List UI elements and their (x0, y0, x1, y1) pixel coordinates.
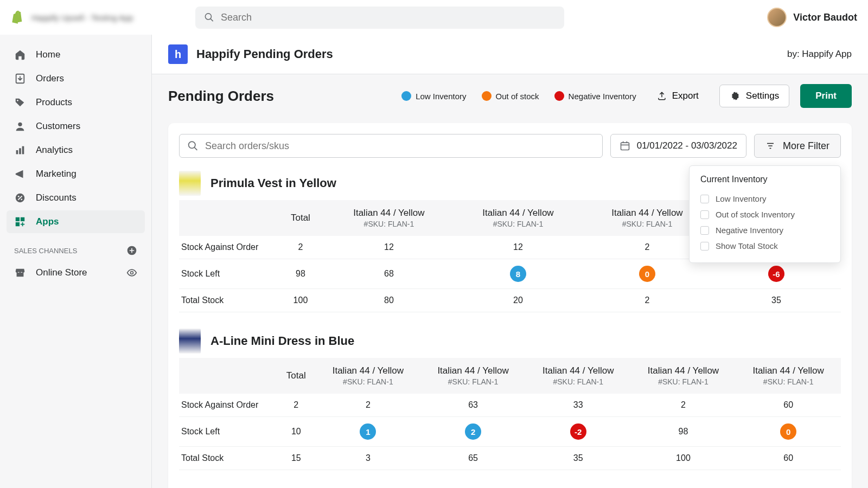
legend-out: Out of stock (482, 91, 539, 101)
checkbox-icon (700, 242, 709, 251)
date-range-picker[interactable]: 01/01/2022 - 03/03/2022 (610, 134, 746, 158)
gear-icon (730, 91, 741, 101)
user-area[interactable]: Victor Baudot (767, 8, 857, 27)
col-variant: Italian 44 / Yellow#SKU: FLAN-1 (526, 358, 631, 394)
filter-option[interactable]: Show Total Stock (700, 238, 829, 254)
svg-rect-5 (16, 150, 18, 154)
status-pill: -2 (570, 423, 586, 440)
svg-rect-12 (16, 217, 20, 221)
app-header: h Happify Pending Orders by: Happify App (152, 35, 868, 74)
col-total: Total (277, 358, 316, 394)
dot-low-icon (401, 91, 411, 101)
nav-label: Customers (36, 121, 80, 132)
avatar (767, 8, 787, 27)
table-row: Total Stock1008020235 (179, 289, 841, 312)
channel-item-online-store[interactable]: Online Store (7, 261, 145, 284)
app-title: Happify Pending Orders (196, 47, 333, 61)
search-orders-input[interactable] (205, 140, 595, 152)
product-thumbnail (179, 329, 201, 354)
sidebar-item-apps[interactable]: Apps (7, 210, 145, 233)
global-search-input[interactable] (221, 12, 556, 23)
sidebar-item-orders[interactable]: Orders (7, 67, 145, 90)
apps-icon (14, 216, 26, 228)
sidebar-item-customers[interactable]: Customers (7, 115, 145, 138)
products-icon (14, 97, 26, 108)
calendar-icon (620, 140, 630, 151)
svg-rect-7 (22, 146, 24, 155)
status-pill: 0 (639, 266, 655, 282)
col-variant: Italian 44 / Yellow#SKU: FLAN-1 (316, 358, 421, 394)
date-range-value: 01/01/2022 - 03/03/2022 (637, 140, 737, 151)
svg-rect-14 (16, 222, 20, 226)
topbar: Happify Upsell - Testing App Victor Baud… (0, 0, 868, 35)
print-button[interactable]: Print (800, 84, 852, 108)
sidebar-item-home[interactable]: Home (7, 43, 145, 66)
search-icon (204, 12, 214, 23)
dot-neg-icon (554, 91, 564, 101)
col-variant: Italian 44 / Yellow#SKU: FLAN-1 (631, 358, 736, 394)
legend-low: Low Inventory (401, 91, 466, 101)
marketing-icon (14, 168, 26, 180)
global-search-wrap (195, 7, 564, 29)
inventory-table: TotalItalian 44 / Yellow#SKU: FLAN-1Ital… (179, 358, 841, 470)
settings-button[interactable]: Settings (719, 85, 789, 107)
col-total: Total (277, 200, 324, 236)
export-icon (657, 91, 667, 101)
checkbox-icon (700, 210, 709, 219)
eye-icon[interactable] (126, 267, 137, 278)
filter-option[interactable]: Low Inventory (700, 191, 829, 207)
sales-channels-header: SALES CHANNELS (7, 234, 145, 261)
svg-point-10 (21, 198, 22, 200)
sidebar-item-products[interactable]: Products (7, 91, 145, 114)
filter-dropdown-title: Current Inventory (700, 175, 829, 184)
more-filter-button[interactable]: More Filter (754, 134, 841, 158)
svg-point-17 (189, 142, 195, 148)
export-button[interactable]: Export (647, 85, 709, 107)
dot-out-icon (482, 91, 492, 101)
nav-label: Home (36, 49, 60, 60)
table-row: Stock Left986880-6 (179, 259, 841, 289)
user-name: Victor Baudot (793, 12, 857, 23)
filter-option[interactable]: Out of stock Inventory (700, 207, 829, 222)
product-block: A-Line Mini Dress in BlueTotalItalian 44… (179, 329, 841, 470)
svg-line-1 (210, 18, 213, 21)
sidebar-item-marketing[interactable]: Marketing (7, 163, 145, 185)
sidebar: HomeOrdersProductsCustomersAnalyticsMark… (0, 35, 152, 488)
plus-circle-icon[interactable] (126, 245, 137, 256)
global-search[interactable] (195, 7, 564, 29)
orders-icon (14, 73, 26, 85)
search-orders[interactable] (179, 134, 603, 158)
sidebar-item-discounts[interactable]: Discounts (7, 187, 145, 209)
table-row: Stock Against Order226333260 (179, 394, 841, 417)
svg-point-0 (205, 14, 211, 20)
product-name: A-Line Mini Dress in Blue (210, 334, 354, 348)
product-thumbnail (179, 171, 201, 196)
analytics-icon (14, 144, 26, 156)
app-badge: h (168, 44, 188, 64)
checkbox-icon (700, 195, 709, 203)
store-icon (14, 267, 26, 279)
svg-line-18 (194, 147, 197, 150)
status-pill: 1 (360, 423, 376, 440)
svg-point-4 (18, 123, 22, 126)
nav-label: Analytics (36, 145, 73, 156)
nav-list: HomeOrdersProductsCustomersAnalyticsMark… (7, 43, 145, 233)
table-row: Total Stock153653510060 (179, 447, 841, 470)
filter-row: 01/01/2022 - 03/03/2022 More Filter (179, 134, 841, 158)
status-pill: -6 (768, 266, 784, 282)
legend: Low Inventory Out of stock Negative Inve… (401, 91, 636, 101)
legend-neg: Negative Inventory (554, 91, 636, 101)
page-title: Pending Orders (168, 88, 274, 105)
filter-option[interactable]: Negative Inventory (700, 222, 829, 238)
table-row: Stock Left1012-2980 (179, 417, 841, 447)
channel-label: Online Store (36, 267, 87, 278)
svg-point-3 (17, 100, 18, 101)
discounts-icon (14, 192, 26, 204)
status-pill: 2 (465, 423, 481, 440)
nav-label: Marketing (36, 169, 76, 179)
product-name: Primula Vest in Yellow (210, 176, 336, 190)
app-byline: by: Happify App (787, 49, 852, 60)
sidebar-item-analytics[interactable]: Analytics (7, 139, 145, 162)
product-head: A-Line Mini Dress in Blue (179, 329, 841, 354)
channel-list: Online Store (7, 261, 145, 284)
